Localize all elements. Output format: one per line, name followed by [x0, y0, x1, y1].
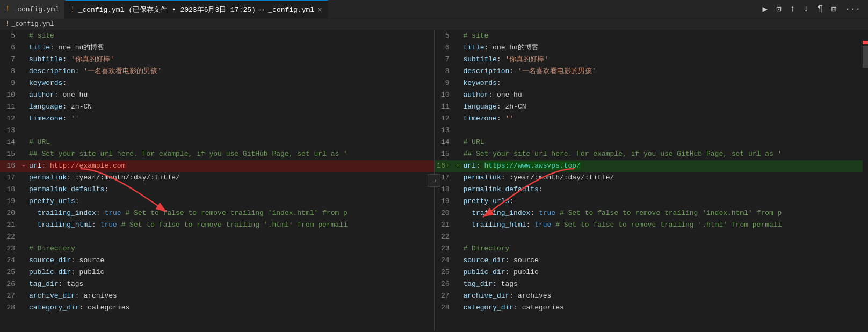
tab-close-button[interactable]: ✕ [317, 5, 322, 14]
table-row: 25 public_dir: public [435, 266, 869, 278]
left-code-container[interactable]: 5 # site 6 title: one hu的博客 7 subtitle: … [0, 30, 434, 330]
file-exclamation: ! [5, 20, 9, 28]
scrollbar-track[interactable] [863, 30, 868, 330]
table-row: 9 keywords: [0, 77, 434, 89]
more-icon[interactable]: ··· [843, 3, 863, 15]
table-row: 10 author: one hu [0, 89, 434, 101]
table-row: 11 language: zh-CN [435, 101, 869, 113]
table-row: 17 permalink: :year/:month/:day/:title/ [0, 172, 434, 184]
file-path: _config.yml [11, 20, 54, 28]
table-row: 7 subtitle: '你真的好棒' [435, 54, 869, 66]
tab-label-left: _config.yml [13, 5, 59, 13]
tab-config-main[interactable]: ! _config.yml (已保存文件 • 2023年6月3日 17:25) … [65, 0, 328, 19]
right-code-container[interactable]: 5 # site 6 title: one hu的博客 7 subtitle: … [435, 30, 869, 330]
tab-dot-left: ! [5, 5, 10, 13]
table-row: 12 timezone: '' [435, 113, 869, 125]
table-row: 11 language: zh-CN [0, 101, 434, 113]
table-row: 26 tag_dir: tags [435, 278, 869, 290]
table-row: 18 permalink_defaults: [435, 184, 869, 196]
split-icon[interactable]: ⊡ [774, 3, 784, 16]
scrollbar-marker [863, 41, 868, 44]
table-row: 28 category_dir: categories [0, 302, 434, 314]
up-icon[interactable]: ↑ [788, 3, 798, 15]
table-row: 14 # URL [0, 136, 434, 148]
toolbar-right: ▶ ⊡ ↑ ↓ ¶ ⊞ ··· [760, 3, 868, 16]
table-row: 25 public_dir: public [0, 266, 434, 278]
tab-bar: ! _config.yml ! _config.yml (已保存文件 • 202… [0, 0, 868, 19]
table-row: 8 description: '一名喜欢看电影的男孩' [0, 66, 434, 77]
editor-area: 5 # site 6 title: one hu的博客 7 subtitle: … [0, 30, 868, 330]
table-row: 12 timezone: '' [0, 113, 434, 125]
file-path-bar: ! _config.yml [0, 19, 868, 30]
table-row: 21 trailing_html: true # Set to false to… [0, 219, 434, 231]
table-row: 18 permalink_defaults: [0, 184, 434, 196]
table-row: 17 permalink: :year/:month/:day/:title/ [435, 172, 869, 184]
table-row: 13 [0, 125, 434, 136]
table-row: 27 archive_dir: archives [435, 290, 869, 302]
table-row: 10 author: one hu [435, 89, 869, 101]
table-row: 5 # site [435, 30, 869, 42]
table-row: 22 [435, 231, 869, 243]
table-row: 16+ + url: https://www.awsvps.top/ [435, 160, 869, 172]
table-row: 7 subtitle: '你真的好棒' [0, 54, 434, 66]
table-row: 28 category_dir: categories [435, 302, 869, 314]
table-row: 22 [0, 231, 434, 243]
table-row: 6 title: one hu的博客 [435, 42, 869, 54]
paragraph-icon[interactable]: ¶ [815, 3, 825, 15]
scrollbar-thumb[interactable] [863, 46, 868, 68]
table-row: 15 ## Set your site url here. For exampl… [435, 148, 869, 160]
table-row: 24 source_dir: source [435, 255, 869, 266]
table-row: 19 pretty_urls: [435, 196, 869, 207]
table-row: 21 trailing_html: true # Set to false to… [435, 219, 869, 231]
table-row: 14 # URL [435, 136, 869, 148]
table-row: 20 trailing_index: true # Set to false t… [435, 207, 869, 219]
diff-arrow-icon: → [428, 174, 440, 187]
run-icon[interactable]: ▶ [760, 3, 770, 16]
right-pane: 5 # site 6 title: one hu的博客 7 subtitle: … [435, 30, 869, 330]
table-row: 5 # site [0, 30, 434, 42]
tab-label-main: _config.yml (已保存文件 • 2023年6月3日 17:25) ↔ … [78, 5, 314, 15]
table-row: 15 ## Set your site url here. For exampl… [0, 148, 434, 160]
down-icon[interactable]: ↓ [801, 3, 811, 15]
table-row: 19 pretty_urls: [0, 196, 434, 207]
left-pane: 5 # site 6 title: one hu的博客 7 subtitle: … [0, 30, 435, 330]
table-row: 23 # Directory [435, 243, 869, 255]
table-row: 6 title: one hu的博客 [0, 42, 434, 54]
tab-dot-main: ! [70, 5, 75, 14]
columns-icon[interactable]: ⊞ [829, 3, 839, 16]
table-row: 16 - url: http://example.com [0, 160, 434, 172]
table-row: 9 keywords: [435, 77, 869, 89]
table-row: 8 description: '一名喜欢看电影的男孩' [435, 66, 869, 77]
table-row: 13 [435, 125, 869, 136]
table-row: 24 source_dir: source [0, 255, 434, 266]
table-row: 27 archive_dir: archives [0, 290, 434, 302]
table-row: 23 # Directory [0, 243, 434, 255]
table-row: 26 tag_dir: tags [0, 278, 434, 290]
tab-config-left[interactable]: ! _config.yml [0, 0, 65, 19]
table-row: 20 trailing_index: true # Set to false t… [0, 207, 434, 219]
